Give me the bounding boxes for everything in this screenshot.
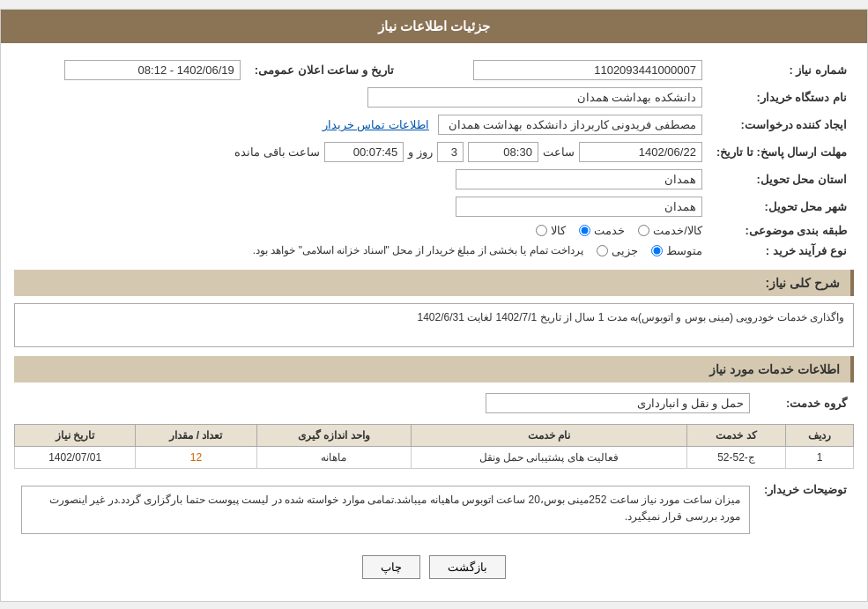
col-date: تاریخ نیاز [15, 425, 136, 447]
page-title: جزئیات اطلاعات نیاز [1, 10, 867, 43]
radio-khedmat-label: خدمت [594, 224, 625, 237]
radio-kala-khedmat[interactable]: کالا/خدمت [638, 224, 702, 237]
mohlet-roz-label: روز و [408, 145, 433, 159]
cell-count: 12 [136, 447, 256, 469]
radio-jozi-label: جزیی [612, 244, 638, 257]
radio-motavaset[interactable]: متوسط [651, 244, 702, 257]
print-button[interactable]: چاپ [362, 555, 420, 579]
sharh-section-header: شرح کلی نیاز: [14, 270, 854, 296]
radio-jozi[interactable]: جزیی [597, 244, 638, 257]
tozi-value: میزان ساعت مورد نیاز ساعت 252مینی بوس،20… [21, 486, 750, 534]
etelaat-tamas-link[interactable]: اطلاعات تماس خریدار [323, 118, 429, 131]
tarikh-value: 1402/06/19 - 08:12 [64, 60, 241, 80]
nam-dastgah-value: دانشکده بهداشت همدان [367, 87, 702, 108]
services-section-header: اطلاعات خدمات مورد نیاز [14, 356, 854, 382]
button-row: بازگشت چاپ [14, 555, 854, 579]
sharh-value: واگذاری خدمات خودرویی (مینی بوس و اتوبوس… [14, 303, 854, 347]
grouh-value: حمل و نقل و انبارداری [486, 393, 750, 413]
services-table: ردیف کد خدمت نام خدمت واحد اندازه گیری ت… [14, 424, 854, 469]
col-name: نام خدمت [412, 425, 686, 447]
radio-khedmat[interactable]: خدمت [579, 224, 625, 237]
shomara-niaz-label: شماره نیاز : [709, 56, 854, 84]
ostan-value: همدان [456, 169, 702, 189]
shomara-niaz-value: 1102093441000007 [473, 60, 702, 80]
ijad-konande-value: مصطفی فریدونی کاربرداز دانشکده بهداشت هم… [438, 115, 702, 135]
mohlet-mande-label: ساعت باقی مانده [234, 145, 320, 159]
cell-kod: ج-52-52 [686, 447, 786, 469]
shahr-label: شهر محل تحویل: [709, 193, 854, 220]
col-kod: کد خدمت [686, 425, 786, 447]
cell-name: فعالیت های پشتیبانی حمل ونقل [412, 447, 686, 469]
tabaqe-radio-group: کالا/خدمت خدمت کالا [536, 224, 702, 237]
noue-farayand-label: نوع فرآیند خرید : [709, 241, 854, 261]
mohlet-roz: 3 [437, 142, 464, 162]
radio-kala-khedmat-label: کالا/خدمت [653, 224, 702, 237]
col-radif: ردیف [786, 425, 854, 447]
farayand-radio-group: متوسط جزیی [597, 244, 702, 257]
cell-date: 1402/07/01 [15, 447, 136, 469]
grouh-label: گروه خدمت: [757, 390, 854, 417]
mohlet-mande: 00:07:45 [324, 142, 404, 162]
tabaqe-label: طبقه بندی موضوعی: [709, 220, 854, 241]
mohlet-date: 1402/06/22 [579, 142, 702, 162]
ostan-label: استان محل تحویل: [709, 166, 854, 193]
nam-dastgah-label: نام دستگاه خریدار: [709, 84, 854, 111]
col-count: تعداد / مقدار [136, 425, 256, 447]
radio-kala-label: کالا [551, 224, 566, 237]
mohlet-time-label: ساعت [543, 145, 575, 159]
mohlet-label: مهلت ارسال پاسخ: تا تاریخ: [709, 138, 854, 166]
cell-radif: 1 [786, 447, 854, 469]
shahr-value: همدان [456, 197, 702, 217]
ijad-konande-label: ایجاد کننده درخواست: [709, 111, 854, 138]
radio-motavaset-label: متوسط [666, 244, 702, 257]
mohlet-time: 08:30 [468, 142, 538, 162]
table-row: 1 ج-52-52 فعالیت های پشتیبانی حمل ونقل م… [15, 447, 854, 469]
tozi-label: توضیحات خریدار: [757, 478, 854, 542]
col-unit: واحد اندازه گیری [256, 425, 412, 447]
radio-kala[interactable]: کالا [536, 224, 566, 237]
farayand-note: پرداخت تمام یا بخشی از مبلغ خریدار از مح… [253, 244, 583, 256]
tarikh-label: تاریخ و ساعت اعلان عمومی: [248, 56, 412, 84]
back-button[interactable]: بازگشت [429, 555, 506, 579]
cell-unit: ماهانه [256, 447, 412, 469]
